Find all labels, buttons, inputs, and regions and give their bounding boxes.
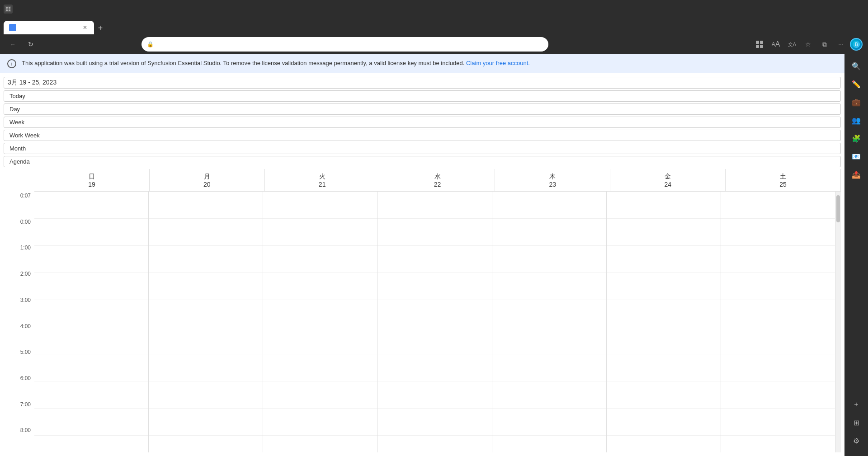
hour-cell[interactable] [377,409,491,436]
hour-cell[interactable] [492,327,606,354]
hour-cell[interactable] [607,300,721,327]
hour-cell[interactable] [721,354,835,381]
search-icon[interactable]: 🔍 [848,58,864,74]
hour-cell[interactable] [607,354,721,381]
collections-icon[interactable]: ⧉ [817,37,832,52]
hour-cell[interactable] [721,300,835,327]
hour-cell[interactable] [149,246,263,273]
minimize-button[interactable] [800,0,821,18]
new-tab-button[interactable]: + [94,22,107,34]
translate-icon[interactable]: 文A [785,37,799,52]
hour-cell[interactable] [721,327,835,354]
hour-cell[interactable] [377,354,491,381]
hour-cell[interactable] [263,381,377,409]
hour-cell[interactable] [721,273,835,300]
hour-cell[interactable] [607,327,721,354]
favorites-icon[interactable]: ☆ [801,37,816,52]
hour-cell[interactable] [377,327,491,354]
settings-icon[interactable]: ⚙ [848,432,864,449]
hour-cell[interactable] [607,219,721,246]
briefcase-icon[interactable]: 💼 [848,94,864,110]
hour-cell[interactable] [492,436,606,452]
hour-cell[interactable] [377,381,491,409]
hour-cell[interactable] [492,192,606,219]
hour-cell[interactable] [263,409,377,436]
hour-cell[interactable] [149,273,263,300]
extensions-icon[interactable] [752,37,767,52]
claim-account-link[interactable]: Claim your free account. [466,60,530,66]
view-btn-work-week[interactable]: Work Week [4,130,841,141]
hour-cell[interactable] [34,381,148,409]
hour-cell[interactable] [607,273,721,300]
hour-cell[interactable] [149,436,263,452]
plus-icon[interactable]: + [848,396,864,413]
send-icon[interactable]: 📤 [848,166,864,183]
hour-cell[interactable] [492,354,606,381]
layout-icon[interactable]: ⊞ [848,414,864,431]
puzzle-icon[interactable]: 🧩 [848,130,864,146]
hour-cell[interactable] [377,192,491,219]
hour-cell[interactable] [377,273,491,300]
refresh-button[interactable]: ↻ [24,37,38,52]
hour-cell[interactable] [149,192,263,219]
hour-cell[interactable] [607,436,721,452]
hour-cell[interactable] [263,192,377,219]
view-btn-today[interactable]: Today [4,90,841,102]
maximize-button[interactable] [822,0,843,18]
outlook-icon[interactable]: 📧 [848,148,864,165]
hour-cell[interactable] [492,246,606,273]
more-icon[interactable]: ··· [834,37,848,52]
hour-cell[interactable] [492,381,606,409]
hour-cell[interactable] [34,409,148,436]
hour-cell[interactable] [377,436,491,452]
font-size-icon[interactable]: AA [769,37,783,52]
hour-cell[interactable] [263,300,377,327]
hour-cell[interactable] [721,409,835,436]
hour-cell[interactable] [721,381,835,409]
hour-cell[interactable] [263,273,377,300]
view-btn-month[interactable]: Month [4,143,841,154]
date-range[interactable]: 3月 19 - 25, 2023 [4,77,841,89]
hour-cell[interactable] [149,327,263,354]
hour-cell[interactable] [721,219,835,246]
people-icon[interactable]: 👥 [848,112,864,128]
scrollbar[interactable] [835,192,841,452]
pen-icon[interactable]: ✏️ [848,76,864,92]
hour-cell[interactable] [34,354,148,381]
hour-cell[interactable] [377,300,491,327]
hour-cell[interactable] [34,273,148,300]
hour-cell[interactable] [263,246,377,273]
hour-cell[interactable] [34,246,148,273]
hour-cell[interactable] [377,219,491,246]
back-button[interactable]: ← [5,37,20,52]
hour-cell[interactable] [34,327,148,354]
hour-cell[interactable] [34,436,148,452]
view-btn-agenda[interactable]: Agenda [4,156,841,167]
close-button[interactable] [844,0,864,18]
hour-cell[interactable] [149,219,263,246]
hour-cell[interactable] [492,273,606,300]
hour-cell[interactable] [492,409,606,436]
hour-cell[interactable] [607,246,721,273]
active-tab[interactable]: ✕ [4,21,94,34]
hour-cell[interactable] [721,246,835,273]
address-bar[interactable]: 🔒 [142,37,548,52]
hour-cell[interactable] [492,300,606,327]
hour-cell[interactable] [34,219,148,246]
hour-cell[interactable] [263,219,377,246]
hour-cell[interactable] [149,354,263,381]
hour-cell[interactable] [34,300,148,327]
hour-cell[interactable] [721,436,835,452]
tab-close-button[interactable]: ✕ [81,24,89,31]
hour-cell[interactable] [377,246,491,273]
hour-cell[interactable] [263,436,377,452]
hour-cell[interactable] [149,300,263,327]
hour-cell[interactable] [149,409,263,436]
hour-cell[interactable] [607,409,721,436]
hour-cell[interactable] [607,192,721,219]
hour-cell[interactable] [263,327,377,354]
hour-cell[interactable] [721,192,835,219]
hour-cell[interactable] [263,354,377,381]
view-btn-week[interactable]: Week [4,117,841,128]
hour-cell[interactable] [149,381,263,409]
